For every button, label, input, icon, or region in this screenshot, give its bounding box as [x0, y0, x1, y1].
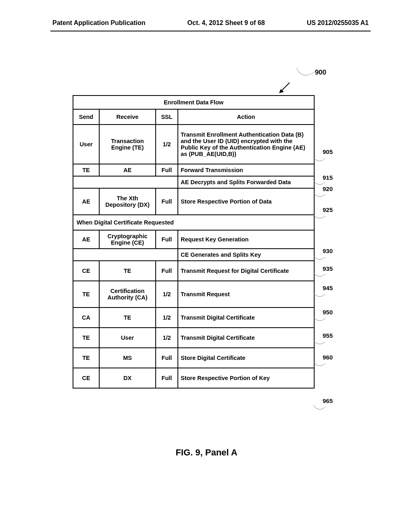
table-cell: TE [73, 281, 99, 308]
table-cell: Transmit Request [178, 281, 314, 308]
table-cell: Full [156, 164, 178, 176]
table-cell: Full [156, 188, 178, 215]
header-rule [50, 31, 371, 31]
table-cell: AE [73, 230, 99, 249]
callout-930: 930 [323, 247, 333, 254]
table-cell: Full [156, 230, 178, 249]
table-cell: Full [156, 368, 178, 388]
col-ssl: SSL [156, 109, 178, 125]
callout-950: 950 [323, 309, 333, 316]
callout-945: 945 [323, 285, 333, 291]
enrollment-table: Enrollment Data Flow Send Receive SSL Ac… [73, 95, 315, 389]
table-cell: TE [73, 348, 99, 368]
table-cell: Transmit Request for Digital Certificate [178, 261, 314, 281]
table-cell: The Xth Depository (DX) [99, 188, 156, 215]
table-cell: CA [73, 308, 99, 328]
table-cell: AE [99, 164, 156, 176]
table-cell: Certification Authority (CA) [99, 281, 156, 308]
callout-960: 960 [323, 354, 333, 361]
table-cell: CE [73, 261, 99, 281]
section-header: When Digital Certificate Requested [73, 215, 314, 230]
figure-number-callout: 900 [298, 69, 326, 77]
table-cell: Full [156, 261, 178, 281]
table-cell: TE [73, 164, 99, 176]
header-right: US 2012/0255035 A1 [307, 19, 369, 27]
table-cell: Cryptographic Engine (CE) [99, 230, 156, 249]
table-cell: Forward Transmission [178, 164, 314, 176]
table-cell: 1/2 [156, 125, 178, 164]
table-cell: User [99, 328, 156, 348]
callout-920: 920 [323, 185, 333, 192]
callout-935: 935 [323, 265, 333, 272]
table-cell: MS [99, 348, 156, 368]
header-center: Oct. 4, 2012 Sheet 9 of 68 [188, 19, 265, 27]
page-header: Patent Application Publication Oct. 4, 2… [0, 0, 413, 31]
table-title: Enrollment Data Flow [73, 96, 314, 109]
table-cell: Store Digital Certificate [178, 348, 314, 368]
table-cell: TE [99, 261, 156, 281]
callout-905: 905 [323, 148, 333, 155]
table-cell: AE [73, 188, 99, 215]
table-cell: Transmit Enrollment Authentication Data … [178, 125, 314, 164]
table-cell: 1/2 [156, 328, 178, 348]
table-cell: DX [99, 368, 156, 388]
table-cell: Request Key Generation [178, 230, 314, 249]
table-cell-merged-blank [73, 249, 178, 261]
table-cell: AE Decrypts and Splits Forwarded Data [178, 176, 314, 188]
col-receive: Receive [99, 109, 156, 125]
col-action: Action [178, 109, 314, 125]
arrow-down-icon [277, 82, 292, 94]
figure-number: 900 [315, 69, 326, 77]
table-cell: User [73, 125, 99, 164]
table-cell: 1/2 [156, 308, 178, 328]
table-cell: TE [99, 308, 156, 328]
table-cell: TE [73, 328, 99, 348]
svg-marker-1 [279, 89, 284, 93]
table-cell: Store Respective Portion of Key [178, 368, 314, 388]
table-cell-merged-blank [73, 176, 178, 188]
figure-caption: FIG. 9, Panel A [0, 447, 413, 458]
svg-line-0 [281, 83, 290, 91]
table-cell: 1/2 [156, 281, 178, 308]
table-cell: CE Generates and Splits Key [178, 249, 314, 261]
header-left: Patent Application Publication [52, 19, 146, 27]
table-cell: Transaction Engine (TE) [99, 125, 156, 164]
callout-955: 955 [323, 332, 333, 339]
table-cell: Full [156, 348, 178, 368]
table-cell: Transmit Digital Certificate [178, 308, 314, 328]
table-cell: Transmit Digital Certificate [178, 328, 314, 348]
col-send: Send [73, 109, 99, 125]
callout-965: 965 [323, 397, 333, 404]
callout-915: 915 [323, 174, 333, 181]
table-cell: CE [73, 368, 99, 388]
table-cell: Store Respective Portion of Data [178, 188, 314, 215]
callout-925: 925 [323, 206, 333, 213]
leader-curve-icon [296, 61, 316, 79]
